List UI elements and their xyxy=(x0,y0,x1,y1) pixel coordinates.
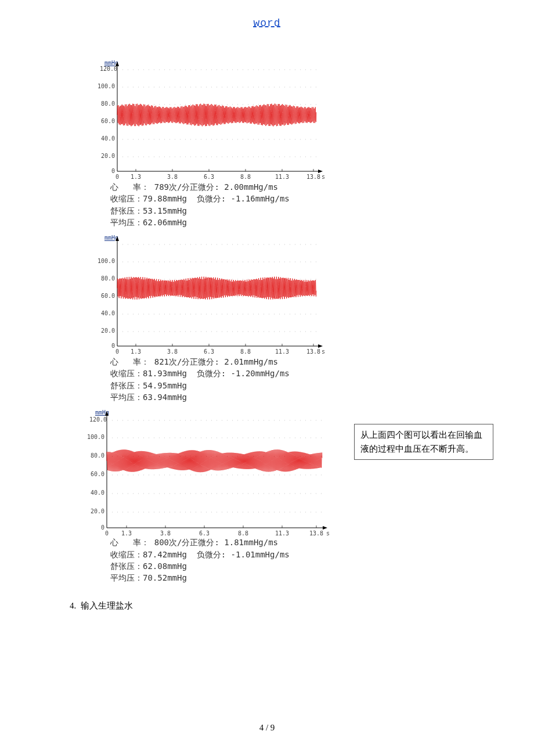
dia-label: 舒张压： xyxy=(110,206,143,215)
xtick: 8.8 xyxy=(240,348,251,355)
xtick: 13.8 xyxy=(309,530,323,535)
xtick: 3.8 xyxy=(167,348,178,355)
xtick: 1.3 xyxy=(121,530,132,535)
pos-diff-value: 2.01mmHg/ms xyxy=(224,357,278,366)
xtick: 3.8 xyxy=(167,174,178,180)
svg-marker-3 xyxy=(318,170,323,173)
ytick: 100.0 xyxy=(98,83,115,89)
xtick: 3.8 xyxy=(160,530,171,535)
xtick: 0 xyxy=(105,530,109,535)
chart-2: mmHg 100.0 80.0 60.0 40.0 20.0 0 xyxy=(93,233,342,403)
rate-label: 心 率： xyxy=(110,357,149,366)
sys-label: 收缩压： xyxy=(110,369,143,378)
neg-diff-label: 负微分: xyxy=(197,550,226,559)
chart-column: mmHg 120.0 100.0 80.0 60.0 40.0 20.0 0 xyxy=(0,58,342,589)
neg-diff-value: -1.20mmHg/ms xyxy=(231,369,290,378)
xtick: 11.3 xyxy=(275,530,289,535)
xtick: 6.3 xyxy=(199,530,210,535)
ytick: 20.0 xyxy=(101,327,115,334)
xtick: 8.8 xyxy=(240,174,251,180)
rate-label: 心 率： xyxy=(110,538,149,547)
ytick: 80.0 xyxy=(101,100,115,107)
header-link[interactable]: word xyxy=(0,17,534,29)
ytick: 20.0 xyxy=(91,508,104,514)
x-unit: s xyxy=(326,530,330,535)
chart-1-svg: mmHg 120.0 100.0 80.0 60.0 40.0 20.0 0 xyxy=(93,58,325,180)
neg-diff-value: -1.01mmHg/ms xyxy=(231,550,290,559)
pos-diff-label: 正微分: xyxy=(190,538,219,547)
callout-box: 从上面四个图可以看出在回输血液的过程中血压在不断升高。 xyxy=(354,424,493,460)
rate-label: 心 率： xyxy=(110,182,149,192)
rate-value: 800次/分 xyxy=(154,538,190,547)
list-number: 4. xyxy=(70,601,76,610)
chart-2-stats: 心 率： 821次/分正微分: 2.01mmHg/ms 收缩压：81.93mmH… xyxy=(93,356,342,403)
sys-value: 79.88mmHg xyxy=(143,194,187,203)
rate-value: 789次/分 xyxy=(154,182,190,192)
neg-diff-label: 负微分: xyxy=(197,369,226,378)
sys-value: 87.42mmHg xyxy=(143,550,187,559)
x-unit: s xyxy=(322,174,325,180)
sys-label: 收缩压： xyxy=(110,194,143,203)
dia-value: 53.15mmHg xyxy=(143,206,187,215)
xtick: 6.3 xyxy=(204,348,214,355)
neg-diff-value: -1.16mmHg/ms xyxy=(231,194,290,203)
ytick: 0 xyxy=(111,343,115,349)
ytick: 100.0 xyxy=(87,434,104,440)
xtick: 13.8 xyxy=(306,348,320,355)
neg-diff-label: 负微分: xyxy=(197,194,226,203)
sys-value: 81.93mmHg xyxy=(143,369,187,378)
pos-diff-value: 2.00mmHg/ms xyxy=(224,182,278,192)
page-number: 4 / 9 xyxy=(0,723,534,733)
ytick: 0 xyxy=(111,168,115,174)
ytick: 40.0 xyxy=(91,489,104,496)
chart-3-svg: mmHg 120.0 100.0 80.0 60.0 40.0 20.0 0 xyxy=(81,408,331,535)
ytick: 80.0 xyxy=(101,275,115,282)
ytick: 60.0 xyxy=(101,118,115,124)
chart-2-svg: mmHg 100.0 80.0 60.0 40.0 20.0 0 xyxy=(93,233,325,355)
list-text: 输入生理盐水 xyxy=(81,601,133,610)
ytick-top: 120.0 xyxy=(100,66,117,72)
xtick: 1.3 xyxy=(131,174,141,180)
ytick: 80.0 xyxy=(91,452,104,459)
mean-value: 62.06mmHg xyxy=(143,218,187,227)
chart-1-stats: 心 率： 789次/分正微分: 2.00mmHg/ms 收缩压：79.88mmH… xyxy=(93,181,342,228)
svg-marker-35 xyxy=(323,526,327,530)
xtick: 0 xyxy=(116,174,119,180)
ytick: 60.0 xyxy=(101,293,115,299)
ytick: 0 xyxy=(101,524,104,531)
dia-value: 62.08mmHg xyxy=(143,561,187,571)
xtick: 6.3 xyxy=(204,174,214,180)
pos-diff-label: 正微分: xyxy=(190,182,219,192)
dia-value: 54.95mmHg xyxy=(143,381,187,390)
page: word mmHg 120.0 100.0 80.0 60.0 40.0 20.… xyxy=(0,0,534,756)
xtick: 1.3 xyxy=(131,348,141,355)
chart-1: mmHg 120.0 100.0 80.0 60.0 40.0 20.0 0 xyxy=(93,58,342,228)
ytick-top: 120.0 xyxy=(89,416,107,423)
dia-label: 舒张压： xyxy=(110,561,143,571)
ytick: 20.0 xyxy=(101,153,115,159)
sys-label: 收缩压： xyxy=(110,550,143,559)
mean-label: 平均压： xyxy=(110,573,143,582)
list-item-4: 4. 输入生理盐水 xyxy=(0,600,534,611)
ytick: 60.0 xyxy=(91,471,104,477)
mean-value: 63.94mmHg xyxy=(143,393,187,402)
waveform xyxy=(117,277,316,300)
xtick: 11.3 xyxy=(275,174,289,180)
xtick: 8.8 xyxy=(238,530,248,535)
content-row: mmHg 120.0 100.0 80.0 60.0 40.0 20.0 0 xyxy=(0,58,534,589)
dia-label: 舒张压： xyxy=(110,381,143,390)
xtick: 0 xyxy=(116,348,119,355)
svg-marker-19 xyxy=(318,344,323,348)
ytick: 40.0 xyxy=(101,310,115,316)
x-unit: s xyxy=(322,348,325,355)
waveform xyxy=(117,104,316,127)
ytick: 100.0 xyxy=(98,258,115,264)
pos-diff-label: 正微分: xyxy=(190,357,219,366)
mean-label: 平均压： xyxy=(110,393,143,402)
waveform xyxy=(107,450,322,473)
mean-label: 平均压： xyxy=(110,218,143,227)
xtick: 13.8 xyxy=(306,174,320,180)
mean-value: 70.52mmHg xyxy=(143,573,187,582)
rate-value: 821次/分 xyxy=(154,357,190,366)
callout-text: 从上面四个图可以看出在回输血液的过程中血压在不断升高。 xyxy=(360,430,482,453)
